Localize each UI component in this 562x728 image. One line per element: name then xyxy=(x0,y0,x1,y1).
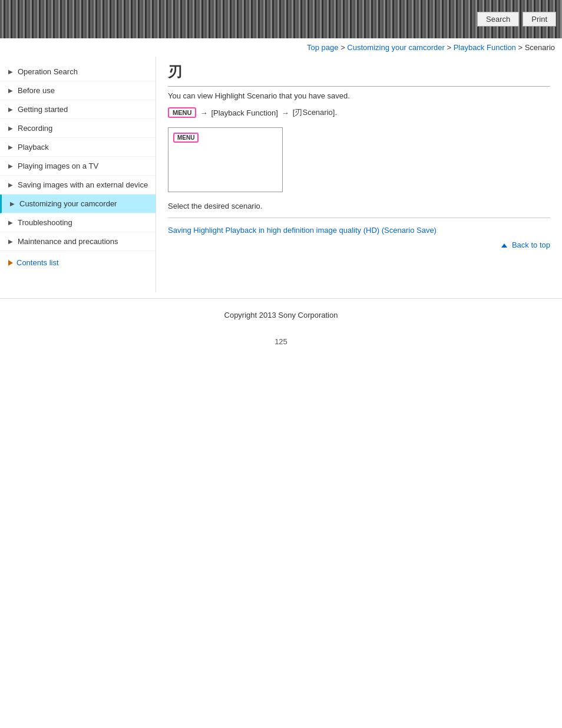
sidebar-item-label: Operation Search xyxy=(18,67,78,76)
breadcrumb-current: Scenario xyxy=(525,43,555,52)
content-body-text: You can view Highlight Scenario that you… xyxy=(168,91,550,100)
menu-button-box: MENU xyxy=(168,107,196,118)
sidebar-item-saving-images[interactable]: ▶ Saving images with an external device xyxy=(0,176,156,195)
contents-list-label: Contents list xyxy=(16,258,59,267)
contents-list-link[interactable]: Contents list xyxy=(0,251,156,274)
arrow-text-2: → xyxy=(282,108,289,117)
chevron-right-icon: ▶ xyxy=(8,106,13,113)
sidebar-item-customizing[interactable]: ▶ Customizing your camcorder xyxy=(0,195,156,213)
print-button[interactable]: Print xyxy=(523,12,556,27)
sidebar-item-operation-search[interactable]: ▶ Operation Search xyxy=(0,62,156,81)
breadcrumb: Top page > Customizing your camcorder > … xyxy=(0,38,562,57)
sidebar-item-label: Saving images with an external device xyxy=(18,180,148,189)
scenario-icon: 刃 xyxy=(168,62,182,81)
sidebar-item-playing-images[interactable]: ▶ Playing images on a TV xyxy=(0,157,156,176)
sidebar-item-recording[interactable]: ▶ Recording xyxy=(0,119,156,138)
sidebar-item-maintenance[interactable]: ▶ Maintenance and precautions xyxy=(0,232,156,251)
sidebar-item-before-use[interactable]: ▶ Before use xyxy=(0,81,156,100)
screenshot-box: MENU xyxy=(168,127,283,192)
chevron-right-icon: ▶ xyxy=(8,125,13,131)
header-bar: Search Print xyxy=(0,0,562,38)
sidebar-item-label: Playing images on a TV xyxy=(18,162,98,170)
chevron-right-icon: ▶ xyxy=(8,238,13,245)
chevron-right-icon: ▶ xyxy=(8,144,13,150)
chevron-right-icon: ▶ xyxy=(8,163,13,169)
arrow-right-icon xyxy=(8,260,13,266)
sidebar: ▶ Operation Search ▶ Before use ▶ Gettin… xyxy=(0,57,156,292)
footer: Copyright 2013 Sony Corporation xyxy=(0,298,562,331)
breadcrumb-top-link[interactable]: Top page xyxy=(307,43,339,52)
main-layout: ▶ Operation Search ▶ Before use ▶ Gettin… xyxy=(0,57,562,292)
page-icon-area: 刃 xyxy=(168,62,550,87)
content-area: 刃 You can view Highlight Scenario that y… xyxy=(156,57,562,292)
sidebar-item-playback[interactable]: ▶ Playback xyxy=(0,138,156,157)
copyright-text: Copyright 2013 Sony Corporation xyxy=(224,311,338,319)
menu-instruction: MENU → [Playback Function] → [刃Scenario]… xyxy=(168,107,550,118)
chevron-right-icon: ▶ xyxy=(10,200,15,207)
sidebar-item-label: Troubleshooting xyxy=(18,218,72,227)
chevron-right-icon: ▶ xyxy=(8,87,13,94)
back-to-top-label: Back to top xyxy=(512,241,550,249)
triangle-up-icon xyxy=(501,243,507,248)
sidebar-item-label: Playback xyxy=(18,143,49,151)
step1-text: [Playback Function] xyxy=(211,108,277,117)
step2-text: [刃Scenario]. xyxy=(293,107,337,118)
chevron-right-icon: ▶ xyxy=(8,182,13,188)
breadcrumb-customizing-link[interactable]: Customizing your camcorder xyxy=(347,43,444,52)
sidebar-item-label: Getting started xyxy=(18,105,68,114)
sidebar-item-label: Maintenance and precautions xyxy=(18,237,118,246)
chevron-right-icon: ▶ xyxy=(8,219,13,226)
select-text: Select the desired scenario. xyxy=(168,202,550,210)
sidebar-item-label: Recording xyxy=(18,124,52,133)
breadcrumb-playback-func-link[interactable]: Playback Function xyxy=(454,43,516,52)
screenshot-menu-button: MENU xyxy=(173,133,199,143)
page-number: 125 xyxy=(0,331,562,352)
arrow-text-1: → xyxy=(200,108,207,117)
back-to-top-link[interactable]: Back to top xyxy=(501,241,550,249)
related-link[interactable]: Saving Highlight Playback in high defini… xyxy=(168,226,437,235)
sidebar-item-label: Customizing your camcorder xyxy=(19,199,117,208)
sidebar-item-troubleshooting[interactable]: ▶ Troubleshooting xyxy=(0,213,156,232)
chevron-right-icon: ▶ xyxy=(8,68,13,75)
back-to-top-row: Back to top xyxy=(168,235,550,252)
divider xyxy=(168,218,550,218)
sidebar-item-getting-started[interactable]: ▶ Getting started xyxy=(0,100,156,119)
search-button[interactable]: Search xyxy=(477,12,519,27)
sidebar-item-label: Before use xyxy=(18,86,55,95)
